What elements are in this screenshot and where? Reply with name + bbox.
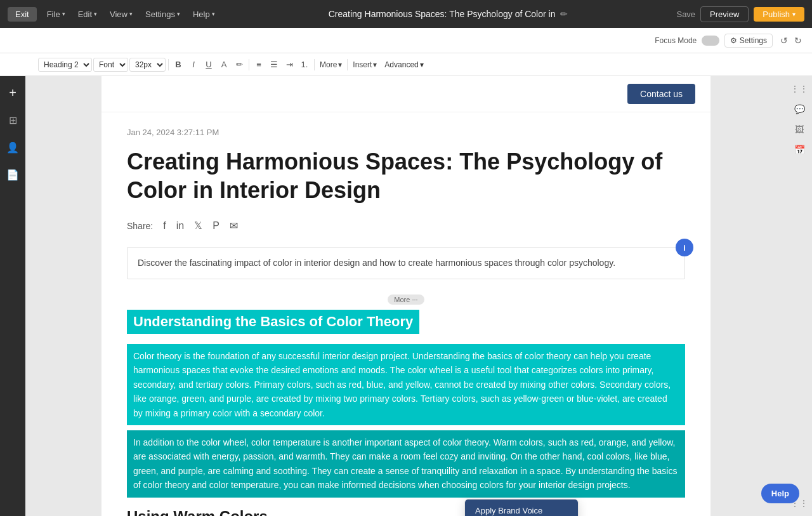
separator [249,59,249,70]
align-button[interactable]: ≡ [252,58,266,70]
add-block-button[interactable]: + [4,84,22,102]
image-icon[interactable]: 🖼 [795,124,804,135]
context-menu-item-apply-brand-voice[interactable]: Apply Brand Voice [465,499,578,516]
focus-mode-toggle[interactable] [702,36,719,46]
article-date: Jan 24, 2024 3:27:11 PM [127,128,685,137]
save-link[interactable]: Save [676,10,695,19]
exit-button[interactable]: Exit [8,7,37,22]
right-sidebar: ⋮⋮ 💬 🖼 📅 ⋮⋮ [787,76,812,516]
separator [168,59,169,70]
secondary-toolbar: Focus Mode ⚙ Settings ↺ ↻ [0,28,812,53]
indent-button[interactable]: ⇥ [282,58,296,70]
help-button[interactable]: Help [761,484,799,503]
section1-heading-container: Understanding the Basics of Color Theory [127,310,685,339]
section1-para2[interactable]: In addition to the color wheel, color te… [127,430,685,498]
pinterest-icon[interactable]: P [213,220,219,232]
page-title: Creating Harmonious Spaces: The Psycholo… [329,9,556,19]
focus-mode-area: Focus Mode ⚙ Settings ↺ ↻ [655,34,804,48]
article-body: Jan 24, 2024 3:27:11 PM Creating Harmoni… [102,112,710,516]
top-right-actions: Save Preview Publish ▾ [676,6,804,22]
advanced-button[interactable]: Advanced ▾ [381,59,427,70]
excerpt-box: Discover the fascinating impact of color… [127,247,685,279]
section1-heading[interactable]: Understanding the Basics of Color Theory [127,310,419,334]
share-label: Share: [127,221,153,231]
article-title[interactable]: Creating Harmonious Spaces: The Psycholo… [127,147,685,204]
chevron-down-icon: ▾ [338,60,342,69]
view-menu[interactable]: View ▾ [105,7,138,22]
layers-icon[interactable]: ⊞ [6,112,20,129]
chevron-down-icon: ▾ [212,11,215,17]
undo-button[interactable]: ↺ [778,34,790,47]
content-area: Contact us Jan 24, 2024 3:27:11 PM Creat… [25,76,787,516]
main-layout: + ⊞ 👤 📄 Contact us Jan 24, 2024 3:27:11 … [0,76,812,516]
calendar-icon[interactable]: 📅 [794,145,805,155]
undo-redo-group: ↺ ↻ [778,34,804,47]
separator [314,59,315,70]
more-pill[interactable]: More ··· [388,294,424,305]
focus-mode-label: Focus Mode [655,36,697,45]
edit-title-icon[interactable]: ✏ [560,9,568,19]
file-menu[interactable]: File ▾ [42,7,70,22]
text-color-button[interactable]: A [217,58,231,70]
page-content: Contact us Jan 24, 2024 3:27:11 PM Creat… [102,76,710,516]
separator [347,59,348,70]
twitter-icon[interactable]: 𝕏 [194,220,202,232]
top-bar: Exit File ▾ Edit ▾ View ▾ Settings ▾ Hel… [0,0,812,28]
publish-button[interactable]: Publish ▾ [754,7,804,22]
chevron-down-icon: ▾ [373,60,377,69]
list-button[interactable]: ☰ [267,58,281,70]
section1-para1[interactable]: Color theory is the foundation of any su… [127,344,685,425]
redo-button[interactable]: ↻ [792,34,804,47]
insert-dropdown[interactable]: Insert ▾ [350,59,379,70]
num-list-button[interactable]: 1. [298,58,311,70]
page-title-bar: Creating Harmonious Spaces: The Psycholo… [225,9,672,19]
section2-heading[interactable]: Using Warm Colors [127,508,685,516]
more-bar: More ··· [127,292,685,307]
more-dropdown[interactable]: More ▾ [317,59,344,70]
underline-button[interactable]: U [202,58,216,70]
context-menu: Apply Brand Voice Rewrite Expand Shorten… [464,499,579,516]
edit-menu[interactable]: Edit ▾ [73,7,102,22]
grid-icon[interactable]: ⋮⋮ [790,84,808,94]
excerpt-text: Discover the fascinating impact of color… [138,256,674,270]
settings-button[interactable]: ⚙ Settings [724,34,773,48]
contact-bar: Contact us [102,76,710,112]
preview-button[interactable]: Preview [700,6,749,22]
bold-button[interactable]: B [171,58,185,70]
chat-icon[interactable]: 💬 [794,104,805,114]
top-menu: File ▾ Edit ▾ View ▾ Settings ▾ Help ▾ [42,7,220,22]
linkedin-icon[interactable]: in [176,220,184,232]
settings-menu[interactable]: Settings ▾ [140,7,185,22]
document-icon[interactable]: 📄 [4,166,22,183]
user-icon[interactable]: 👤 [4,139,22,156]
font-select[interactable]: Font [93,58,128,72]
chevron-down-icon: ▾ [62,11,65,17]
editor-toolbar: Heading 2 Font 32px B I U A ✏ ≡ ☰ ⇥ 1. M… [0,53,812,76]
publish-caret-icon: ▾ [792,11,796,18]
left-sidebar: + ⊞ 👤 📄 [0,76,25,516]
facebook-icon[interactable]: f [163,220,166,232]
chevron-down-icon: ▾ [420,60,424,69]
info-badge[interactable]: i [676,239,693,256]
heading-select[interactable]: Heading 2 [38,58,92,72]
chevron-down-icon: ▾ [94,11,97,17]
font-size-select[interactable]: 32px [129,58,166,72]
highlight-button[interactable]: ✏ [232,58,246,70]
italic-button[interactable]: I [187,58,200,70]
contact-button[interactable]: Contact us [627,84,695,104]
share-row: Share: f in 𝕏 P ✉ [127,220,685,232]
email-icon[interactable]: ✉ [230,220,238,232]
chevron-down-icon: ▾ [177,11,180,17]
chevron-down-icon: ▾ [129,11,133,17]
help-menu[interactable]: Help ▾ [188,7,220,22]
